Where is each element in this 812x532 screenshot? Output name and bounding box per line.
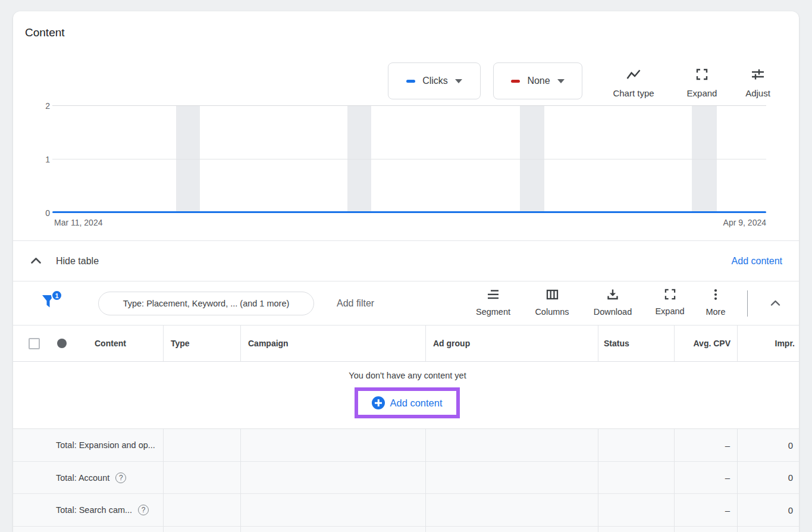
column-header-type[interactable]: Type [171, 326, 190, 362]
chart-type-button[interactable]: Chart type [598, 68, 669, 99]
column-header-ad-group[interactable]: Ad group [433, 326, 470, 362]
y-axis-tick: 2 [26, 101, 50, 111]
active-filter-chip[interactable]: Type: Placement, Keyword, ... (and 1 mor… [98, 292, 314, 315]
plus-circle-icon [372, 396, 385, 409]
content-card: Content Clicks None Chart type Expand [13, 11, 799, 532]
x-axis-start-label: Mar 11, 2024 [54, 218, 102, 227]
column-divider [240, 326, 241, 361]
table-row-partial [13, 527, 799, 532]
table-row-total-search: Total: Search cam... – 0 [13, 494, 799, 527]
total-impr-value: 0 [788, 494, 793, 526]
column-divider [425, 429, 426, 532]
y-axis-tick: 0 [26, 208, 50, 218]
filter-count-badge: 1 [51, 290, 62, 301]
y-axis-tick: 1 [26, 155, 50, 164]
chart-adjust-label: Adjust [745, 88, 770, 98]
download-icon [607, 289, 619, 303]
gridline-2 [52, 105, 766, 106]
column-divider [425, 326, 426, 361]
more-label: More [706, 307, 725, 317]
total-avg-cpv-value: – [725, 429, 730, 461]
total-row-label: Total: Expansion and op... [56, 440, 155, 450]
segment-button[interactable]: Segment [466, 289, 520, 320]
collapse-toolbar-button[interactable] [767, 296, 783, 310]
add-content-link[interactable]: Add content [732, 256, 799, 267]
table-row-total-expansion: Total: Expansion and op... – 0 [13, 429, 799, 462]
chart-type-label: Chart type [613, 88, 654, 98]
column-divider [163, 326, 164, 361]
chevron-down-icon [557, 79, 565, 83]
chart-adjust-button[interactable]: Adjust [728, 68, 788, 99]
total-impr-value: 0 [788, 462, 793, 493]
line-chart-plot-area [52, 105, 766, 212]
page-title: Content [25, 26, 65, 39]
purple-annotation-highlight: Add content [355, 387, 460, 418]
toolbar-divider [747, 290, 748, 317]
column-header-content[interactable]: Content [95, 326, 126, 362]
metric-selector-none[interactable]: None [493, 62, 582, 99]
expand-icon [696, 68, 708, 83]
table-expand-label: Expand [655, 306, 684, 316]
table-header-row: Content Type Campaign Ad group Status Av… [13, 326, 799, 362]
total-row-label: Total: Search cam... [56, 505, 132, 515]
column-divider [163, 429, 164, 532]
clicks-series-line [52, 211, 766, 213]
column-header-status[interactable]: Status [604, 326, 629, 362]
column-header-campaign[interactable]: Campaign [248, 326, 289, 362]
more-button[interactable]: More [689, 289, 742, 320]
download-label: Download [594, 307, 632, 317]
select-all-checkbox[interactable] [29, 338, 40, 349]
chevron-down-icon [455, 79, 462, 83]
hide-table-toggle[interactable]: Hide table [13, 256, 99, 267]
segment-label: Segment [476, 307, 510, 317]
total-avg-cpv-value: – [725, 494, 730, 526]
empty-state-row: You don't have any content yet Add conte… [13, 362, 799, 429]
help-icon[interactable] [138, 505, 149, 515]
empty-state-message: You don't have any content yet [349, 371, 466, 380]
x-axis-end-label: Apr 9, 2024 [723, 218, 766, 227]
table-row-total-account: Total: Account – 0 [13, 462, 799, 494]
clicks-series-swatch [406, 80, 415, 83]
hide-table-label: Hide table [56, 256, 99, 267]
column-divider [737, 429, 738, 532]
metric-selector-label: Clicks [422, 76, 448, 86]
more-vert-icon [710, 289, 722, 303]
total-row-label: Total: Account [56, 473, 109, 483]
table-visibility-bar: Hide table Add content [13, 240, 799, 281]
status-dot-icon [57, 339, 67, 348]
add-filter-button[interactable]: Add filter [337, 281, 374, 326]
expand-icon [664, 289, 676, 302]
help-icon[interactable] [115, 472, 126, 483]
total-impr-value: 0 [788, 429, 793, 461]
column-divider [737, 326, 738, 361]
column-divider [598, 429, 598, 532]
filter-funnel-button[interactable]: 1 [42, 290, 63, 315]
totals-section: Total: Expansion and op... – 0 Total: Ac… [13, 429, 799, 532]
columns-label: Columns [535, 307, 569, 317]
add-content-button-label: Add content [390, 398, 442, 409]
segment-icon [487, 289, 500, 303]
chart-expand-button[interactable]: Expand [672, 68, 732, 99]
column-divider [674, 429, 675, 532]
none-series-swatch [511, 80, 520, 83]
column-divider [240, 429, 241, 532]
add-content-button[interactable]: Add content [372, 396, 442, 409]
filter-toolbar: 1 Type: Placement, Keyword, ... (and 1 m… [13, 281, 799, 326]
chart-type-icon [626, 68, 641, 83]
chevron-up-icon [30, 256, 42, 267]
adjust-sliders-icon [751, 68, 764, 83]
metric-selector-clicks[interactable]: Clicks [388, 62, 481, 99]
column-divider [598, 326, 598, 361]
column-header-impr[interactable]: Impr. [775, 326, 795, 362]
columns-button[interactable]: Columns [525, 289, 579, 320]
gridline-1 [52, 159, 766, 159]
chart-expand-label: Expand [687, 88, 717, 98]
metric-selector-label: None [527, 76, 550, 86]
column-divider [674, 326, 675, 361]
columns-icon [546, 289, 559, 303]
download-button[interactable]: Download [586, 289, 639, 320]
chevron-up-icon [770, 300, 780, 306]
column-header-avg-cpv[interactable]: Avg. CPV [694, 326, 731, 362]
total-avg-cpv-value: – [725, 462, 730, 493]
